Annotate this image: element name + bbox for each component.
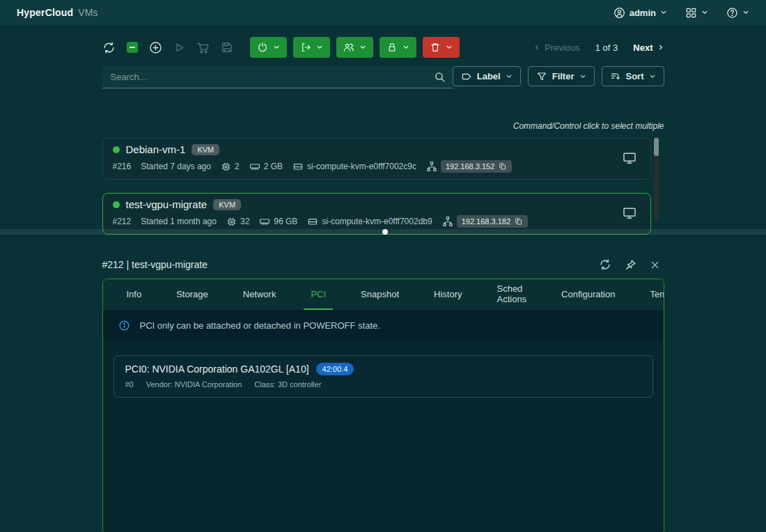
power-actions-button[interactable] (250, 37, 287, 58)
close-icon[interactable] (650, 260, 660, 270)
vm-ip-badge[interactable]: 192.168.3.182 (457, 215, 528, 228)
user-icon (613, 7, 625, 19)
vm-host: si-compute-kvm-e0fff7002c9c (307, 162, 416, 171)
page-count: 1 of 3 (595, 42, 618, 53)
tab-sched-actions[interactable]: Sched Actions (490, 279, 533, 310)
search-icon[interactable] (434, 71, 446, 83)
chevron-down-icon (701, 9, 708, 16)
vm-row-debian-vm-1[interactable]: Debian-vm-1 KVM #216 Started 7 days ago … (102, 138, 651, 180)
host-disk-icon (307, 216, 318, 227)
network-icon (442, 216, 453, 227)
topbar: HyperCloud VMs admin (0, 0, 766, 25)
chevron-down-icon (316, 44, 323, 51)
create-vm-button[interactable] (149, 41, 162, 54)
list-scrollbar[interactable] (654, 138, 659, 221)
apps-grid-icon (685, 7, 697, 19)
tab-storage[interactable]: Storage (169, 279, 215, 310)
vm-status-running-icon (113, 201, 120, 208)
pci-device-card[interactable]: PCI0: NVIDIA Corporation GA102GL [A10] 4… (114, 355, 653, 398)
pci-vendor: Vendor: NVIDIA Corporation (146, 380, 242, 389)
label-dropdown-button[interactable]: Label (453, 66, 521, 86)
chevron-down-icon (359, 44, 366, 51)
copy-icon[interactable] (499, 162, 507, 171)
vm-status-running-icon (113, 146, 120, 153)
tab-configuration[interactable]: Configuration (554, 279, 622, 310)
power-icon (257, 42, 268, 53)
filter-dropdown-button[interactable]: Filter (528, 66, 595, 86)
hypervisor-badge: KVM (213, 199, 241, 210)
sort-icon (610, 71, 621, 82)
migrate-actions-button[interactable] (293, 37, 330, 58)
vm-detail-panel: Info Storage Network PCI Snapshot Histor… (102, 279, 664, 532)
splitter-handle[interactable] (0, 229, 766, 235)
vm-ip: 192.168.3.152 (446, 162, 494, 171)
breadcrumb: HyperCloud VMs (17, 7, 97, 18)
tab-info[interactable]: Info (120, 279, 149, 310)
search-input[interactable] (111, 72, 434, 82)
vnc-console-icon[interactable] (623, 151, 636, 165)
chevron-down-icon (579, 73, 586, 80)
previous-page-button[interactable]: Previous (533, 42, 580, 53)
cpu-icon (221, 162, 231, 172)
copy-icon[interactable] (515, 217, 523, 226)
delete-actions-button[interactable] (423, 37, 460, 58)
tab-history[interactable]: History (427, 279, 469, 310)
lock-icon (386, 42, 398, 53)
users-icon (343, 42, 354, 53)
pagination: Previous 1 of 3 Next (533, 42, 664, 53)
chevron-down-icon (273, 44, 280, 51)
save-button[interactable] (221, 41, 233, 54)
pci-address-badge: 42:00.4 (316, 363, 354, 375)
migrate-icon (300, 42, 311, 53)
cart-button[interactable] (196, 41, 210, 54)
vm-row-test-vgpu-migrate[interactable]: test-vgpu-migrate KVM #212 Started 1 mon… (102, 193, 651, 235)
detail-tabbar: Info Storage Network PCI Snapshot Histor… (103, 279, 664, 310)
sort-dropdown-button[interactable]: Sort (602, 66, 664, 86)
ram-icon (259, 216, 270, 227)
vnc-console-icon[interactable] (623, 206, 636, 220)
splitter-dot (382, 229, 388, 235)
pci-tab-content: PCI0: NVIDIA Corporation GA102GL [A10] 4… (103, 341, 664, 532)
vm-ip: 192.168.3.182 (462, 217, 510, 226)
user-menu[interactable]: admin (613, 7, 667, 19)
chevron-down-icon (660, 9, 667, 16)
vm-list: Debian-vm-1 KVM #216 Started 7 days ago … (102, 138, 664, 235)
vm-ram: 96 GB (274, 217, 297, 226)
detail-refresh-button[interactable] (599, 258, 611, 271)
chevron-right-icon (657, 44, 664, 51)
chevron-down-icon (446, 44, 453, 51)
vm-name: test-vgpu-migrate (126, 198, 208, 210)
refresh-button[interactable] (102, 41, 116, 54)
select-all-checkbox[interactable] (127, 42, 138, 53)
chevron-down-icon (649, 73, 656, 80)
vm-id: #212 (113, 217, 132, 226)
vm-id: #216 (113, 162, 132, 171)
vm-toolbar: Previous 1 of 3 Next (102, 36, 664, 58)
network-icon (426, 161, 437, 172)
pci-info-alert: PCI only can be attached or detached in … (103, 310, 664, 341)
vm-ip-badge[interactable]: 192.168.3.152 (441, 160, 512, 173)
pin-button[interactable] (625, 259, 636, 271)
alert-text: PCI only can be attached or detached in … (140, 320, 380, 331)
tab-template[interactable]: Template (643, 279, 664, 310)
next-page-button[interactable]: Next (633, 42, 664, 53)
lock-actions-button[interactable] (380, 37, 416, 58)
ownership-actions-button[interactable] (336, 37, 373, 58)
vm-host: si-compute-kvm-e0fff7002db9 (322, 217, 432, 226)
ram-icon (249, 161, 260, 172)
help-menu[interactable] (726, 7, 749, 19)
scrollbar-thumb[interactable] (654, 138, 659, 156)
play-button[interactable] (173, 42, 185, 54)
host-disk-icon (292, 161, 304, 172)
search-bar (102, 66, 453, 88)
pci-device-title: PCI0: NVIDIA Corporation GA102GL [A10] (125, 363, 309, 375)
tab-network[interactable]: Network (236, 279, 283, 310)
tab-pci[interactable]: PCI (304, 279, 333, 310)
help-icon (726, 7, 738, 19)
info-icon (118, 320, 130, 331)
chevron-left-icon (533, 44, 540, 51)
apps-menu[interactable] (685, 7, 708, 19)
vm-ram: 2 GB (264, 162, 283, 171)
tab-snapshot[interactable]: Snapshot (354, 279, 406, 310)
label-tag-icon (461, 71, 472, 82)
